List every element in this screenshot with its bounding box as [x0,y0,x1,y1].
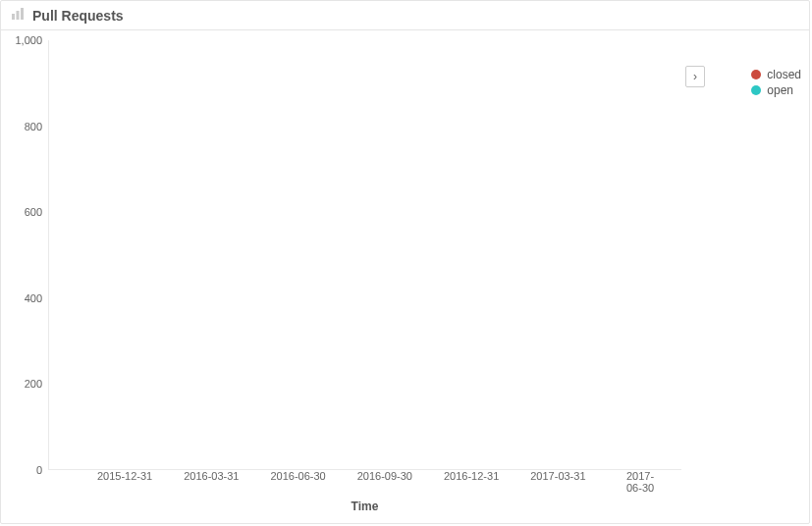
y-axis: # Pull Requests 02004006008001,000 [1,40,48,470]
legend-item-open[interactable]: open [751,83,801,97]
svg-rect-1 [17,11,20,20]
y-tick: 600 [25,206,42,218]
plot [48,40,681,470]
x-tick: 2017-03-31 [530,470,585,482]
x-axis-label: Time [352,500,379,513]
pull-requests-panel: Pull Requests # Pull Requests 0200400600… [0,0,810,524]
panel-body: # Pull Requests 02004006008001,000 Time … [1,30,809,519]
y-tick: 200 [25,378,42,390]
svg-rect-0 [12,14,15,20]
legend: closed open [751,66,801,99]
legend-collapse-button[interactable]: › [685,66,705,87]
chart-plot-area [48,40,681,470]
panel-header: Pull Requests [1,1,809,30]
x-tick: 2016-03-31 [184,470,239,482]
x-tick: 2016-06-30 [270,470,325,482]
chevron-right-icon: › [693,70,697,83]
x-tick: 2015-12-31 [97,470,152,482]
legend-swatch-open [751,85,761,95]
svg-rect-2 [21,8,24,20]
legend-label-closed: closed [767,68,801,81]
x-tick: 2017-06-30 [626,470,663,494]
legend-swatch-closed [751,70,761,79]
y-tick: 800 [25,121,42,132]
panel-title: Pull Requests [32,8,124,24]
x-tick: 2016-09-30 [357,470,412,482]
bar-chart-icon [11,7,25,24]
x-tick: 2016-12-31 [444,470,499,482]
y-tick: 0 [36,464,42,476]
bars-container [49,40,681,470]
x-axis: Time 2015-12-312016-03-312016-06-302016-… [48,470,681,500]
legend-item-closed[interactable]: closed [751,68,801,81]
y-tick: 400 [25,292,42,304]
y-tick: 1,000 [15,34,42,46]
legend-label-open: open [767,83,793,97]
